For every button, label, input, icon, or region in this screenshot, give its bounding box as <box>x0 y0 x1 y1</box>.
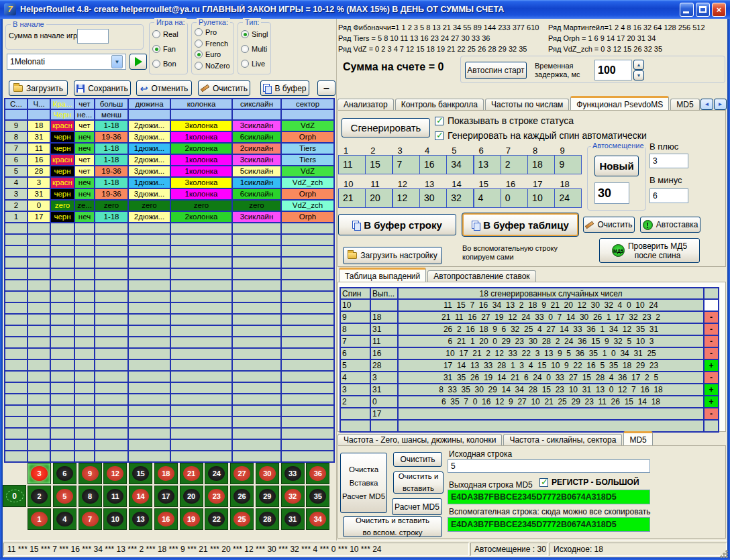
history-cell[interactable]: zero <box>129 201 171 212</box>
history-cell[interactable]: 28 <box>28 166 51 178</box>
history-cell[interactable] <box>171 269 233 280</box>
spin-cell[interactable]: 28 <box>371 360 399 372</box>
history-cell[interactable]: 1колонка <box>171 189 233 201</box>
roulette-cell-32[interactable]: 32 <box>281 486 305 507</box>
history-cell[interactable] <box>129 315 171 326</box>
history-cell[interactable]: 2дюжи... <box>129 121 171 132</box>
spin-tab-0[interactable]: Таблица выпадений <box>339 268 426 282</box>
history-cell[interactable] <box>5 417 28 429</box>
history-cell[interactable] <box>75 417 95 429</box>
radio-option-singl[interactable]: Singl <box>241 30 268 39</box>
history-cell[interactable] <box>51 383 75 394</box>
history-cell[interactable] <box>282 269 335 280</box>
history-cell[interactable] <box>95 326 129 337</box>
minus-input[interactable] <box>649 188 688 203</box>
spin-cell[interactable]: 2 <box>341 396 371 408</box>
load-button[interactable]: Загрузить <box>9 80 68 96</box>
roulette-cell-21[interactable]: 21 <box>180 463 203 484</box>
history-cell[interactable]: 11 <box>28 144 51 155</box>
history-cell[interactable]: 3сиклайн <box>233 212 282 223</box>
history-cell[interactable]: VdZ_zch <box>282 201 335 212</box>
history-cell[interactable] <box>129 269 171 280</box>
history-cell[interactable] <box>75 383 95 394</box>
history-cell[interactable] <box>233 258 282 269</box>
history-cell[interactable] <box>5 303 28 315</box>
history-cell[interactable] <box>51 223 75 235</box>
history-cell[interactable] <box>75 303 95 315</box>
history-cell[interactable]: zero <box>233 201 282 212</box>
history-cell[interactable] <box>282 451 335 463</box>
history-cell[interactable] <box>95 303 129 315</box>
history-cell[interactable] <box>171 417 233 429</box>
history-cell[interactable] <box>282 360 335 372</box>
plus-input[interactable] <box>649 154 688 168</box>
generate-button[interactable]: Сгенерировать <box>342 118 430 137</box>
history-cell[interactable] <box>129 451 171 463</box>
radio-option-bon[interactable]: Bon <box>152 59 185 68</box>
gen-value-cell[interactable]: 12 <box>393 188 420 208</box>
checkbox-show-status[interactable]: ✓ Показывать в строке статуса <box>435 115 574 126</box>
history-cell[interactable] <box>129 326 171 337</box>
history-cell[interactable] <box>51 429 75 440</box>
roulette-cell-19[interactable]: 19 <box>180 508 203 530</box>
history-cell[interactable]: ze... <box>75 201 95 212</box>
history-cell[interactable] <box>282 429 335 440</box>
history-cell[interactable] <box>233 417 282 429</box>
spin-cell[interactable]: - <box>705 336 719 348</box>
history-cell[interactable] <box>51 235 75 246</box>
gen-value-cell[interactable]: 32 <box>446 188 474 208</box>
minimize-button[interactable] <box>680 3 694 17</box>
md5-clear-paste-aux-button[interactable]: Очистить и вставитьво вспом. строку <box>343 516 442 537</box>
history-cell[interactable] <box>28 280 51 292</box>
history-cell[interactable] <box>5 235 28 246</box>
spin-cell[interactable]: 10 17 21 2 12 33 22 3 13 9 5 36 35 1 0 3… <box>399 348 705 360</box>
md5-source-input[interactable] <box>448 459 650 473</box>
history-cell[interactable]: 31 <box>28 132 51 144</box>
gen-value-cell[interactable]: 4 <box>474 188 501 208</box>
radio-icon[interactable] <box>195 40 203 48</box>
radio-icon[interactable] <box>195 50 203 58</box>
roulette-cell-6[interactable]: 6 <box>53 463 76 484</box>
history-cell[interactable]: 1-18 <box>95 121 129 132</box>
roulette-cell-25[interactable]: 25 <box>230 508 254 530</box>
history-cell[interactable] <box>171 337 233 349</box>
history-cell[interactable] <box>28 235 51 246</box>
history-cell[interactable] <box>75 406 95 417</box>
main-tab-4[interactable]: MD5 <box>670 99 699 111</box>
copy-table-button[interactable]: В буфер таблицу <box>462 213 578 236</box>
title-bar[interactable]: 7 HelperRoullet 4.8- create helperroulle… <box>0 0 730 19</box>
history-cell[interactable] <box>75 246 95 258</box>
history-cell[interactable] <box>75 337 95 349</box>
checkbox-auto-generate[interactable]: ✓ Генерировать на каждый спин автоматиче… <box>435 130 647 141</box>
history-cell[interactable] <box>5 337 28 349</box>
history-cell[interactable] <box>28 349 51 360</box>
history-cell[interactable] <box>5 280 28 292</box>
roulette-cell-17[interactable]: 17 <box>154 486 178 507</box>
history-cell[interactable]: 2сиклайн <box>233 144 282 155</box>
history-cell[interactable] <box>171 440 233 451</box>
history-cell[interactable] <box>233 360 282 372</box>
history-cell[interactable] <box>233 429 282 440</box>
history-cell[interactable] <box>5 394 28 406</box>
spin-cell[interactable]: - <box>705 324 719 336</box>
radio-option-french[interactable]: French <box>195 39 231 48</box>
gen-value-cell[interactable]: 34 <box>446 155 474 174</box>
history-cell[interactable] <box>233 394 282 406</box>
history-cell[interactable]: чет <box>75 121 95 132</box>
history-cell[interactable]: 6 <box>5 155 28 166</box>
history-cell[interactable]: 1-18 <box>95 144 129 155</box>
main-tab-2[interactable]: Частоты по числам <box>485 99 569 111</box>
radio-option-euro[interactable]: Euro <box>195 50 231 59</box>
history-cell[interactable] <box>95 258 129 269</box>
history-cell[interactable] <box>75 326 95 337</box>
history-cell[interactable] <box>5 429 28 440</box>
history-cell[interactable]: 9 <box>5 121 28 132</box>
autospin-button[interactable]: Автоспин старт <box>465 62 527 79</box>
history-cell[interactable] <box>171 223 233 235</box>
history-cell[interactable] <box>233 372 282 383</box>
history-cell[interactable] <box>51 417 75 429</box>
history-cell[interactable] <box>95 394 129 406</box>
history-cell[interactable]: 2колонка <box>171 144 233 155</box>
history-cell[interactable]: 1-18 <box>95 155 129 166</box>
roulette-cell-16[interactable]: 16 <box>154 508 178 530</box>
